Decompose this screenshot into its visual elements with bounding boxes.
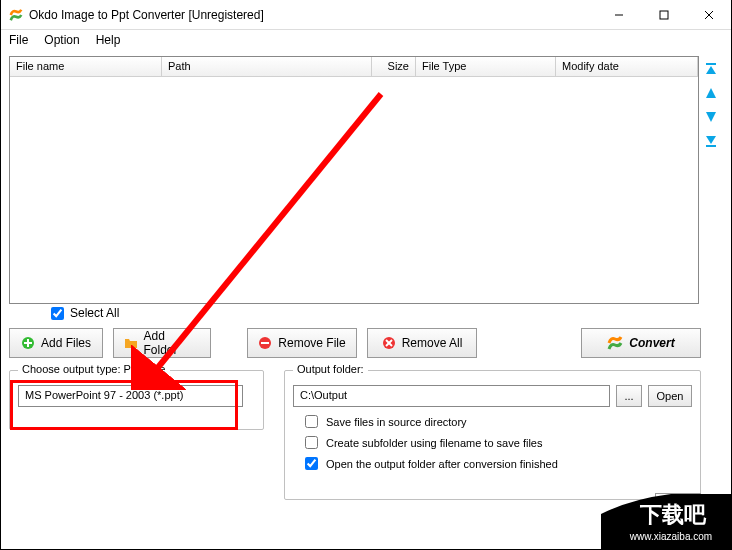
menu-file[interactable]: File (9, 33, 28, 47)
svg-text:www.xiazaiba.com: www.xiazaiba.com (629, 531, 712, 542)
open-after-checkbox[interactable]: Open the output folder after conversion … (305, 457, 692, 470)
output-type-legend: Choose output type: PPT File (18, 363, 170, 375)
svg-rect-1 (660, 11, 668, 19)
remove-file-label: Remove File (278, 336, 345, 350)
menu-option[interactable]: Option (44, 33, 79, 47)
move-top-icon[interactable] (704, 62, 718, 76)
add-files-label: Add Files (41, 336, 91, 350)
remove-all-button[interactable]: Remove All (367, 328, 477, 358)
col-size[interactable]: Size (372, 57, 416, 76)
maximize-button[interactable] (641, 0, 686, 30)
browse-button[interactable]: ... (616, 385, 642, 407)
select-all-checkbox[interactable]: Select All (51, 306, 723, 320)
col-modify[interactable]: Modify date (556, 57, 698, 76)
output-folder-input[interactable]: C:\Output (293, 385, 610, 407)
select-all-label: Select All (70, 306, 119, 320)
move-up-icon[interactable] (704, 86, 718, 100)
toolbar: Add Files Add Folder Remove File Remove … (9, 328, 723, 358)
file-table[interactable]: File name Path Size File Type Modify dat… (9, 56, 699, 304)
app-window: Okdo Image to Ppt Converter [Unregistere… (0, 0, 732, 550)
col-filename[interactable]: File name (10, 57, 162, 76)
reorder-buttons (699, 56, 723, 304)
col-filetype[interactable]: File Type (416, 57, 556, 76)
svg-text:下载吧: 下载吧 (639, 502, 707, 527)
convert-icon (607, 335, 623, 351)
add-folder-label: Add Folder (143, 329, 200, 357)
output-folder-fieldset: Output folder: C:\Output ... Open Save f… (284, 370, 701, 500)
menu-help[interactable]: Help (96, 33, 121, 47)
minus-icon (258, 336, 272, 350)
watermark: 下载吧 www.xiazaiba.com (601, 494, 731, 549)
save-in-source-checkbox[interactable]: Save files in source directory (305, 415, 692, 428)
close-button[interactable] (686, 0, 731, 30)
app-logo-icon (9, 8, 23, 22)
remove-file-button[interactable]: Remove File (247, 328, 357, 358)
create-subfolder-checkbox[interactable]: Create subfolder using filename to save … (305, 436, 692, 449)
window-title: Okdo Image to Ppt Converter [Unregistere… (29, 8, 596, 22)
menubar: File Option Help (1, 30, 731, 50)
output-type-select[interactable]: MS PowerPoint 97 - 2003 (*.ppt) (18, 385, 243, 407)
table-header: File name Path Size File Type Modify dat… (10, 57, 698, 77)
plus-icon (21, 336, 35, 350)
convert-button[interactable]: Convert (581, 328, 701, 358)
col-path[interactable]: Path (162, 57, 372, 76)
open-button[interactable]: Open (648, 385, 692, 407)
select-all-input[interactable] (51, 307, 64, 320)
convert-label: Convert (629, 336, 674, 350)
x-icon (382, 336, 396, 350)
titlebar: Okdo Image to Ppt Converter [Unregistere… (1, 0, 731, 30)
content-area: File name Path Size File Type Modify dat… (1, 50, 731, 549)
minimize-button[interactable] (596, 0, 641, 30)
add-files-button[interactable]: Add Files (9, 328, 103, 358)
svg-rect-5 (706, 145, 716, 147)
move-bottom-icon[interactable] (704, 134, 718, 148)
svg-rect-4 (706, 63, 716, 65)
output-type-fieldset: Choose output type: PPT File MS PowerPoi… (9, 370, 264, 430)
folder-icon (124, 336, 137, 350)
remove-all-label: Remove All (402, 336, 463, 350)
output-folder-legend: Output folder: (293, 363, 368, 375)
add-folder-button[interactable]: Add Folder (113, 328, 211, 358)
move-down-icon[interactable] (704, 110, 718, 124)
